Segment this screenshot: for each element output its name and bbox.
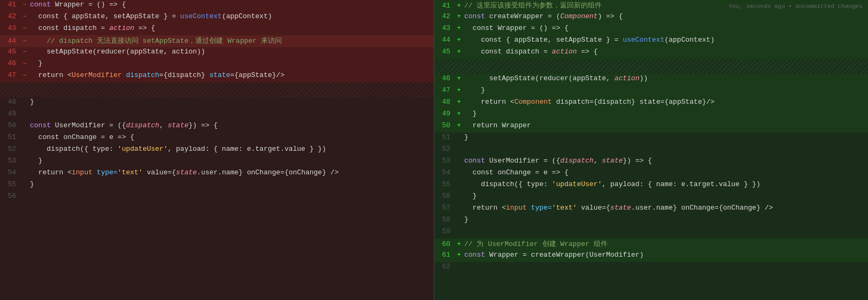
line-marker	[20, 157, 29, 165]
code-line: 51 const onChange = e => {	[0, 133, 434, 144]
line-content: return Wrapper	[463, 121, 868, 129]
code-line: 42+const createWrapper = (Component) => …	[434, 12, 868, 24]
line-content: return <input type='text' value={state.u…	[29, 168, 434, 176]
line-number: 45	[434, 48, 455, 56]
line-number: 52	[0, 145, 20, 153]
code-line: 55 }	[0, 180, 434, 191]
line-marker: +	[455, 2, 463, 10]
right-code-area[interactable]: 41+// 这里应该接受组件为参数，返回新的组件42+const createW…	[434, 0, 868, 300]
code-line: 52 dispatch({ type: 'updateUser', payloa…	[0, 144, 434, 156]
line-marker	[455, 169, 463, 176]
code-line: 51 }	[434, 133, 868, 144]
line-number: 48	[434, 98, 455, 106]
line-content: dispatch({ type: 'updateUser', payload: …	[29, 145, 434, 153]
line-content: }	[463, 86, 868, 94]
line-marker	[20, 110, 29, 118]
line-content: const dispatch = action => {	[29, 24, 434, 32]
line-content: const Wrapper = () => {	[463, 24, 868, 32]
line-marker: −	[20, 72, 29, 79]
line-content: return <Component dispatch={dispatch} st…	[463, 98, 868, 106]
line-number: 55	[0, 180, 20, 188]
line-content: const { appState, setAppState } = useCon…	[463, 36, 868, 44]
line-number: 48	[0, 98, 20, 106]
line-number: 62	[434, 263, 455, 271]
code-line: 57 return <input type='text' value={stat…	[434, 203, 868, 215]
line-content: }	[29, 59, 434, 67]
code-line: 54 const onChange = e => {	[434, 168, 868, 180]
line-number: 42	[434, 12, 455, 20]
line-content: }	[29, 157, 434, 165]
line-marker: +	[455, 241, 463, 248]
code-line: 60+// 为 UserModifier 创建 Wrapper 组件	[434, 239, 868, 250]
code-line: 43− const dispatch = action => {	[0, 24, 434, 35]
line-number: 45	[0, 48, 20, 56]
line-marker	[20, 122, 29, 129]
code-line: 47− return <UserModifier dispatch={dispa…	[0, 71, 434, 82]
code-line: 47+ }	[434, 86, 868, 97]
code-line	[0, 82, 434, 97]
line-content: const Wrapper = () => {	[29, 1, 434, 9]
code-line: 44− // dispatch 无法直接访问 setAppState，通过创建 …	[0, 35, 434, 47]
line-content: const UserModifier = ({dispatch, state})…	[463, 157, 868, 165]
line-marker: +	[455, 48, 463, 56]
line-number: 59	[434, 227, 455, 235]
line-marker	[20, 145, 29, 153]
line-marker: +	[455, 251, 463, 259]
line-content: }	[463, 216, 868, 224]
line-number: 47	[434, 86, 455, 94]
line-content: }	[29, 180, 434, 188]
left-diff-pane: 41−const Wrapper = () => {42− const { ap…	[0, 0, 434, 300]
line-marker	[455, 145, 463, 153]
line-marker: +	[455, 122, 463, 129]
line-number: 54	[434, 168, 455, 176]
code-line: 45− setAppState(reducer(appState, action…	[0, 47, 434, 59]
line-number: 52	[434, 145, 455, 153]
code-line: 50 const UserModifier = ({dispatch, stat…	[0, 121, 434, 133]
left-code-area[interactable]: 41−const Wrapper = () => {42− const { ap…	[0, 0, 434, 300]
line-marker	[20, 98, 29, 106]
line-marker: +	[455, 13, 463, 20]
line-content: // 为 UserModifier 创建 Wrapper 组件	[463, 239, 868, 249]
line-content: return <input type='text' value={state.u…	[463, 204, 868, 212]
line-marker: +	[455, 36, 463, 44]
code-line: 46+ setAppState(reducer(appState, action…	[434, 74, 868, 86]
line-marker: −	[20, 48, 29, 56]
line-content: const onChange = e => {	[29, 133, 434, 141]
line-marker	[20, 181, 29, 188]
line-marker	[455, 157, 463, 165]
line-marker: +	[455, 87, 463, 94]
code-line: 48 }	[0, 97, 434, 109]
line-content: const UserModifier = ({dispatch, state})…	[29, 121, 434, 129]
line-content: // dispatch 无法直接访问 setAppState，通过创建 Wrap…	[29, 36, 434, 45]
git-info: You, seconds ago • Uncommitted changes	[728, 2, 863, 10]
line-content: return <UserModifier dispatch={dispatch}…	[29, 71, 434, 79]
line-marker: −	[20, 25, 29, 32]
line-number: 46	[434, 74, 455, 82]
code-line: 43+ const Wrapper = () => {	[434, 24, 868, 35]
line-content: }	[29, 98, 434, 106]
code-line: 46− }	[0, 59, 434, 71]
line-marker	[455, 263, 463, 271]
line-number: 49	[0, 110, 20, 118]
code-line: 56	[0, 191, 434, 203]
line-number: 55	[434, 180, 455, 188]
line-marker	[20, 193, 29, 200]
line-marker	[455, 134, 463, 141]
line-content: }	[463, 192, 868, 200]
line-number: 42	[0, 12, 20, 20]
line-marker: +	[455, 98, 463, 106]
line-number: 43	[434, 24, 455, 32]
line-content: }	[463, 133, 868, 141]
line-number: 46	[0, 59, 20, 67]
code-line: 49+ }	[434, 109, 868, 121]
line-number: 51	[434, 133, 455, 141]
line-marker	[455, 228, 463, 235]
code-line: 59	[434, 227, 868, 239]
code-line: 42− const { appState, setAppState } = us…	[0, 12, 434, 24]
code-line: 53 }	[0, 156, 434, 168]
line-content: dispatch({ type: 'updateUser', payload: …	[463, 180, 868, 188]
code-line: 44+ const { appState, setAppState } = us…	[434, 35, 868, 47]
line-number: 43	[0, 24, 20, 32]
line-marker: +	[455, 25, 463, 32]
code-line: 49	[0, 109, 434, 121]
